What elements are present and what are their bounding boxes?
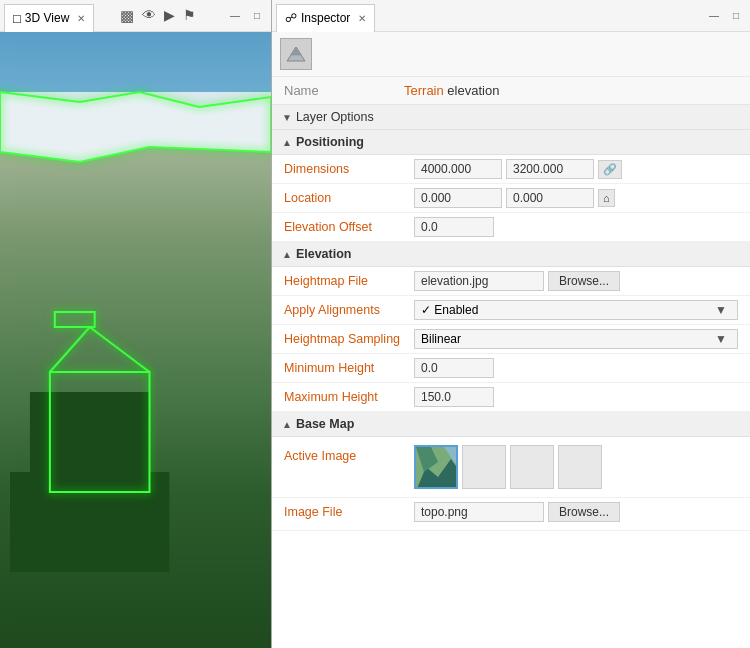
right-panel: ☍ Inspector ✕ — □ Name Terrain elevation: [272, 0, 750, 648]
name-highlighted: Terrain: [404, 83, 444, 98]
3d-view-actions: ▩ 👁 ▶ ⚑: [120, 7, 200, 25]
location-x-input[interactable]: [414, 188, 502, 208]
heightmap-sampling-dropdown[interactable]: Bilinear ▼: [414, 329, 738, 349]
elevation-offset-label: Elevation Offset: [284, 220, 414, 234]
active-image-label: Active Image: [284, 445, 414, 463]
heightmap-sampling-row: Heightmap Sampling Bilinear ▼: [272, 325, 750, 354]
elevation-offset-row: Elevation Offset: [272, 213, 750, 242]
minimize-button[interactable]: —: [225, 6, 245, 26]
inspector-tab-bar: ☍ Inspector ✕ — □: [272, 0, 750, 32]
apply-alignments-chevron-icon: ▼: [711, 303, 731, 317]
3d-view-close-icon[interactable]: ✕: [77, 13, 85, 24]
layers-icon[interactable]: ▩: [120, 7, 134, 25]
base-map-chevron: ▲: [282, 419, 292, 430]
heightmap-file-row: Heightmap File Browse...: [272, 267, 750, 296]
heightmap-file-input[interactable]: [414, 271, 544, 291]
inspector-scroll-area[interactable]: Name Terrain elevation ▼ Layer Options ▲…: [272, 32, 750, 648]
apply-alignments-row: Apply Alignments ✓ Enabled ▼: [272, 296, 750, 325]
terrain-canvas: [0, 32, 271, 648]
apply-alignments-label: Apply Alignments: [284, 303, 414, 317]
3d-view-tab[interactable]: □ 3D View ✕: [4, 4, 94, 32]
maximum-height-row: Maximum Height: [272, 383, 750, 412]
active-image-thumb-4[interactable]: [558, 445, 602, 489]
location-y-input[interactable]: [506, 188, 594, 208]
inspector-close-icon[interactable]: ✕: [358, 13, 366, 24]
layer-options-title: Layer Options: [296, 110, 374, 124]
active-image-row: Active Image: [272, 437, 750, 498]
thumb-terrain-svg: [416, 447, 458, 489]
heightmap-sampling-chevron-icon: ▼: [711, 332, 731, 346]
layer-options-chevron: ▼: [282, 112, 292, 123]
active-image-thumb-2[interactable]: [462, 445, 506, 489]
apply-alignments-value: ✓ Enabled: [421, 303, 711, 317]
image-file-browse-button[interactable]: Browse...: [548, 502, 620, 522]
dimensions-fields: 🔗: [414, 159, 738, 179]
right-maximize-button[interactable]: □: [726, 6, 746, 26]
dimensions-label: Dimensions: [284, 162, 414, 176]
location-row: Location ⌂: [272, 184, 750, 213]
active-image-thumbnails: [414, 445, 602, 489]
elevation-chevron: ▲: [282, 249, 292, 260]
minimum-height-value: [414, 358, 738, 378]
positioning-chevron: ▲: [282, 137, 292, 148]
3d-view-content: [0, 32, 271, 648]
inspector-header: [272, 32, 750, 77]
3d-cube-icon: □: [13, 11, 21, 26]
inspector-tab[interactable]: ☍ Inspector ✕: [276, 4, 375, 32]
minimum-height-label: Minimum Height: [284, 361, 414, 375]
image-file-row: Image File Browse...: [272, 498, 750, 531]
right-win-controls: — □: [704, 6, 746, 26]
dimensions-x-input[interactable]: [414, 159, 502, 179]
bookmark-icon[interactable]: ⚑: [183, 7, 196, 25]
3d-view-tab-label: 3D View: [25, 11, 69, 25]
minimum-height-input[interactable]: [414, 358, 494, 378]
active-image-thumb-3[interactable]: [510, 445, 554, 489]
heightmap-file-label: Heightmap File: [284, 274, 414, 288]
left-panel: □ 3D View ✕ ▩ 👁 ▶ ⚑ — □: [0, 0, 272, 648]
eye-icon[interactable]: 👁: [142, 7, 156, 25]
bottom-spacer: [272, 531, 750, 551]
positioning-section-header[interactable]: ▲ Positioning: [272, 130, 750, 155]
location-label: Location: [284, 191, 414, 205]
heightmap-browse-button[interactable]: Browse...: [548, 271, 620, 291]
camera-icon[interactable]: ▶: [164, 7, 175, 25]
elevation-title: Elevation: [296, 247, 352, 261]
heightmap-file-fields: Browse...: [414, 271, 738, 291]
left-win-controls: — □: [225, 6, 267, 26]
name-row: Name Terrain elevation: [272, 77, 750, 105]
minimum-height-row: Minimum Height: [272, 354, 750, 383]
dimensions-y-input[interactable]: [506, 159, 594, 179]
maximum-height-value: [414, 387, 738, 407]
maximum-height-input[interactable]: [414, 387, 494, 407]
elevation-section-header[interactable]: ▲ Elevation: [272, 242, 750, 267]
layer-options-section-header[interactable]: ▼ Layer Options: [272, 105, 750, 130]
svg-marker-1: [291, 47, 301, 55]
inspector-tab-icon: ☍: [285, 11, 297, 25]
base-map-section-header[interactable]: ▲ Base Map: [272, 412, 750, 437]
heightmap-sampling-label: Heightmap Sampling: [284, 332, 414, 346]
image-file-label: Image File: [284, 505, 414, 519]
maximize-button[interactable]: □: [247, 6, 267, 26]
dimensions-row: Dimensions 🔗: [272, 155, 750, 184]
name-field-value: Terrain elevation: [404, 83, 499, 98]
image-file-fields: Browse...: [414, 502, 738, 522]
image-file-input[interactable]: [414, 502, 544, 522]
terrain-svg-icon: [285, 45, 307, 63]
elevation-offset-value: [414, 217, 738, 237]
apply-alignments-dropdown[interactable]: ✓ Enabled ▼: [414, 300, 738, 320]
dimensions-link-icon-btn[interactable]: 🔗: [598, 160, 622, 179]
name-field-label: Name: [284, 83, 404, 98]
base-map-title: Base Map: [296, 417, 354, 431]
3d-view-tab-bar: □ 3D View ✕ ▩ 👁 ▶ ⚑ — □: [0, 0, 271, 32]
name-normal: elevation: [444, 83, 500, 98]
location-fields: ⌂: [414, 188, 738, 208]
heightmap-sampling-value: Bilinear: [421, 332, 711, 346]
inspector-tab-label: Inspector: [301, 11, 350, 25]
positioning-title: Positioning: [296, 135, 364, 149]
location-grid-icon-btn[interactable]: ⌂: [598, 189, 615, 207]
active-image-thumb-1[interactable]: [414, 445, 458, 489]
right-minimize-button[interactable]: —: [704, 6, 724, 26]
terrain-layer-icon: [280, 38, 312, 70]
maximum-height-label: Maximum Height: [284, 390, 414, 404]
elevation-offset-input[interactable]: [414, 217, 494, 237]
